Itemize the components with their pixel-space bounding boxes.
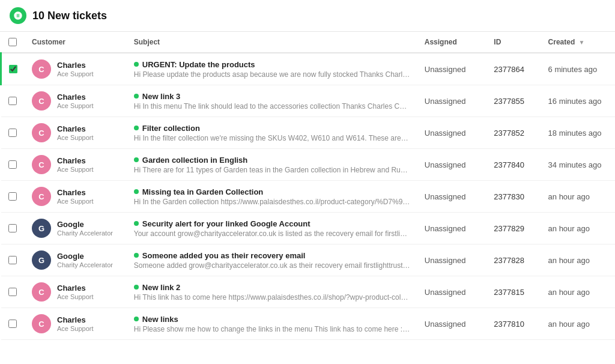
row-checkbox[interactable]: [8, 320, 17, 328]
select-all-checkbox[interactable]: [8, 38, 17, 46]
created-cell: 16 minutes ago: [541, 85, 615, 117]
customer-cell: C Charles Ace Support: [25, 276, 127, 308]
new-indicator-dot: [134, 189, 139, 194]
row-checkbox-cell: [1, 117, 25, 149]
avatar: C: [32, 59, 51, 79]
assigned-cell: Unassigned: [417, 85, 487, 117]
created-cell: an hour ago: [541, 213, 615, 244]
row-checkbox[interactable]: [8, 224, 17, 232]
created-cell: an hour ago: [541, 308, 615, 340]
row-checkbox[interactable]: [8, 129, 17, 137]
row-checkbox-cell: [1, 213, 25, 244]
customer-name: Google: [57, 220, 113, 229]
row-checkbox[interactable]: [8, 288, 17, 296]
table-row[interactable]: C Charles Ace Support New link 2 Hi This…: [1, 276, 616, 308]
customer-cell: G Google Charity Accelerator: [25, 213, 127, 244]
avatar: G: [32, 250, 51, 270]
table-header: Customer Subject Assigned ID Created ▼: [1, 32, 616, 53]
customer-info: Charles Ace Support: [57, 124, 94, 141]
avatar: C: [32, 155, 51, 174]
customer-name: Charles: [57, 61, 94, 70]
customer-name: Charles: [57, 124, 94, 133]
ticket-id-cell: 2377828: [486, 244, 541, 276]
customer-name: Google: [57, 252, 113, 261]
table-row[interactable]: C Charles Ace Support New link 3 Hi In t…: [1, 85, 616, 117]
subject-cell: New link 3 Hi In this menu The link shou…: [127, 85, 417, 117]
customer-org: Ace Support: [57, 198, 94, 205]
avatar: G: [32, 219, 51, 238]
row-checkbox-cell: [1, 85, 25, 117]
ticket-id-cell: 2377864: [486, 53, 541, 85]
row-checkbox[interactable]: [8, 160, 17, 169]
customer-cell: C Charles Ace Support: [25, 181, 127, 213]
table-row[interactable]: C Charles Ace Support URGENT: Update the…: [1, 53, 616, 85]
assigned-cell: Unassigned: [417, 213, 487, 244]
ticket-id-cell: 2377815: [486, 276, 541, 308]
table-row[interactable]: C Charles Ace Support Missing tea in Gar…: [1, 181, 616, 213]
created-cell: 18 minutes ago: [541, 117, 615, 149]
avatar: C: [32, 187, 51, 206]
table-row[interactable]: G Google Charity Accelerator Security al…: [1, 213, 616, 244]
row-checkbox[interactable]: [8, 97, 17, 105]
new-indicator-dot: [134, 285, 139, 290]
subject-cell: New link 2 Hi This link has to come here…: [127, 276, 417, 308]
customer-org: Charity Accelerator: [57, 229, 113, 237]
created-cell: 34 minutes ago: [541, 149, 615, 181]
subject-title: Garden collection in English: [142, 156, 248, 165]
assigned-cell: Unassigned: [417, 308, 487, 340]
ticket-id-cell: 2377855: [486, 85, 541, 117]
subject-preview: Hi In the Garden collection https://www.…: [134, 198, 410, 206]
subject-cell: Security alert for your linked Google Ac…: [127, 213, 417, 244]
row-checkbox-cell: [1, 149, 25, 181]
new-indicator-dot: [134, 62, 139, 67]
col-header-assigned: Assigned: [417, 32, 487, 53]
subject-title: Security alert for your linked Google Ac…: [142, 219, 311, 228]
customer-cell: C Charles Ace Support: [25, 85, 127, 117]
subject-preview: Hi In the filter collection we're missin…: [134, 134, 410, 142]
customer-info: Charles Ace Support: [57, 315, 94, 332]
customer-org: Ace Support: [57, 293, 94, 300]
new-indicator-dot: [134, 126, 139, 130]
customer-info: Charles Ace Support: [57, 188, 94, 205]
table-row[interactable]: C Charles Ace Support Filter collection …: [1, 117, 616, 149]
ticket-id-cell: 2377852: [486, 117, 541, 149]
subject-preview: Hi This link has to come here https://ww…: [134, 293, 410, 302]
row-checkbox[interactable]: [8, 192, 17, 201]
customer-cell: C Charles Ace Support: [25, 117, 127, 149]
page-title: 10 New tickets: [32, 10, 107, 22]
subject-preview: Hi Please update the products asap becau…: [134, 70, 410, 79]
subject-preview: Hi Please show me how to change the link…: [134, 325, 410, 333]
table-row[interactable]: C Charles Ace Support Garden collection …: [1, 149, 616, 181]
customer-cell: C Charles Ace Support: [25, 308, 127, 340]
row-checkbox[interactable]: [9, 65, 17, 73]
ticket-id-cell: 2377830: [486, 181, 541, 213]
ticket-id-cell: 2377810: [486, 308, 541, 340]
row-checkbox[interactable]: [8, 256, 17, 264]
customer-name: Charles: [57, 156, 94, 165]
subject-cell: Garden collection in English Hi There ar…: [127, 149, 417, 181]
customer-info: Google Charity Accelerator: [57, 252, 113, 268]
subject-title: Missing tea in Garden Collection: [142, 187, 264, 196]
customer-name: Charles: [57, 188, 94, 197]
col-header-id: ID: [486, 32, 541, 53]
row-checkbox-cell: [1, 53, 25, 85]
avatar: C: [32, 123, 51, 142]
assigned-cell: Unassigned: [417, 181, 487, 213]
customer-org: Ace Support: [57, 102, 94, 109]
customer-cell: C Charles Ace Support: [25, 149, 127, 181]
table-row[interactable]: G Google Charity Accelerator Someone add…: [1, 244, 616, 276]
customer-info: Charles Ace Support: [57, 93, 94, 109]
subject-cell: New links Hi Please show me how to chang…: [127, 308, 417, 340]
col-header-created[interactable]: Created ▼: [541, 32, 615, 53]
table-container: Customer Subject Assigned ID Created ▼ C…: [0, 32, 615, 340]
col-header-subject: Subject: [127, 32, 417, 53]
table-row[interactable]: C Charles Ace Support New links Hi Pleas…: [1, 308, 616, 340]
tickets-table: Customer Subject Assigned ID Created ▼ C…: [0, 32, 615, 340]
customer-org: Ace Support: [57, 134, 94, 141]
subject-title: Filter collection: [142, 124, 200, 133]
assigned-cell: Unassigned: [417, 53, 487, 85]
customer-name: Charles: [57, 93, 94, 102]
assigned-cell: Unassigned: [417, 276, 487, 308]
new-indicator-dot: [134, 157, 139, 162]
subject-preview: Your account grow@charityaccelerator.co.…: [134, 229, 410, 238]
